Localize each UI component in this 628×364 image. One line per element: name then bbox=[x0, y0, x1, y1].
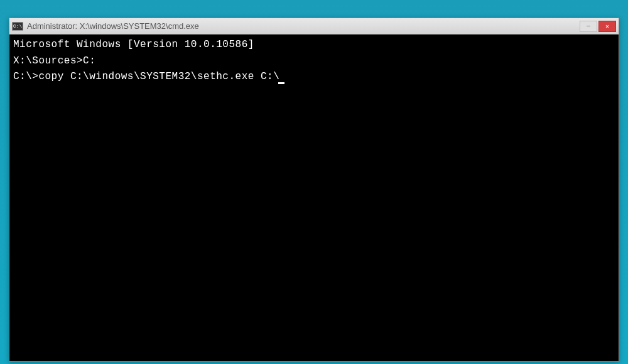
cmd-icon-label: C:\ bbox=[13, 23, 22, 29]
terminal-prompt-line: C:\>copy C:\windows\SYSTEM32\sethc.exe C… bbox=[13, 69, 615, 85]
prompt: C:\> bbox=[13, 71, 38, 82]
minimize-button[interactable]: — bbox=[580, 21, 597, 32]
titlebar[interactable]: C:\ Administrator: X:\windows\SYSTEM32\c… bbox=[9, 18, 619, 35]
window-title: Administrator: X:\windows\SYSTEM32\cmd.e… bbox=[27, 21, 580, 31]
terminal-line: X:\Sources>C: bbox=[13, 53, 615, 70]
terminal-output[interactable]: Microsoft Windows [Version 10.0.10586] X… bbox=[9, 35, 619, 88]
cmd-window: C:\ Administrator: X:\windows\SYSTEM32\c… bbox=[9, 18, 619, 361]
cursor bbox=[278, 82, 284, 84]
cmd-icon: C:\ bbox=[12, 22, 23, 31]
terminal-line: Microsoft Windows [Version 10.0.10586] bbox=[13, 37, 615, 53]
window-controls: — ✕ bbox=[580, 21, 616, 32]
close-button[interactable]: ✕ bbox=[598, 21, 616, 32]
command-input[interactable]: copy C:\windows\SYSTEM32\sethc.exe C:\ bbox=[38, 71, 279, 82]
